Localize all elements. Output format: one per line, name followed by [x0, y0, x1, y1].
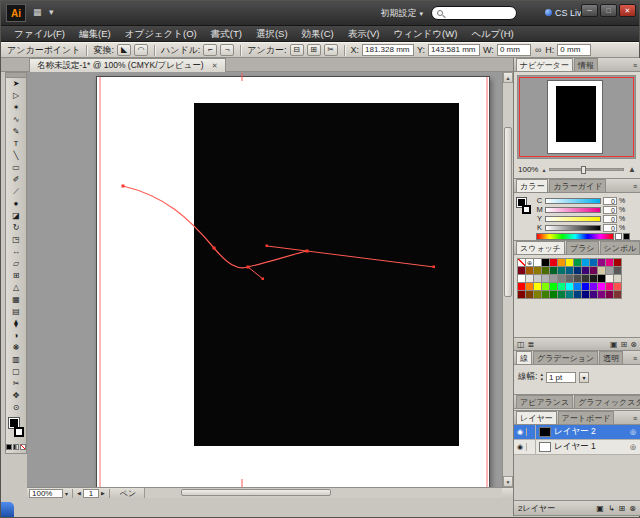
- target-icon[interactable]: ◎: [626, 428, 640, 436]
- scroll-up-icon[interactable]: ▲: [503, 72, 513, 83]
- stroke-weight-dropdown-icon[interactable]: ▾: [579, 372, 589, 383]
- zoom-tool[interactable]: ⊙: [6, 402, 26, 414]
- blob-brush-tool[interactable]: ●: [6, 198, 26, 210]
- type-tool[interactable]: T: [6, 138, 26, 150]
- hide-handles-button[interactable]: ¬: [220, 44, 234, 56]
- swatch-libraries-icon[interactable]: ◫: [517, 340, 525, 349]
- layer-name[interactable]: レイヤー 1: [554, 441, 626, 453]
- selection-tool[interactable]: ➤: [6, 78, 26, 90]
- tab-swatches[interactable]: スウォッチ: [516, 241, 565, 254]
- bridge-icon[interactable]: ▦: [33, 7, 42, 17]
- navigator-preview[interactable]: [517, 75, 636, 159]
- make-clipping-mask-icon[interactable]: ▣: [596, 504, 604, 513]
- white-swatch[interactable]: [615, 233, 622, 240]
- menu-item-4[interactable]: 選択(S): [249, 26, 295, 42]
- menu-item-0[interactable]: ファイル(F): [7, 26, 72, 42]
- scale-tool[interactable]: ◳: [6, 234, 26, 246]
- menu-item-6[interactable]: 表示(V): [341, 26, 387, 42]
- tab-layers[interactable]: レイヤー: [516, 411, 557, 424]
- lasso-tool[interactable]: ∿: [6, 114, 26, 126]
- scroll-down-icon[interactable]: ▼: [503, 476, 513, 487]
- vertical-scrollbar[interactable]: ▲ ▼: [502, 72, 513, 487]
- w-field[interactable]: 0 mm: [497, 44, 531, 56]
- anchor-point[interactable]: [306, 250, 309, 253]
- workspace-switcher[interactable]: 初期設定▾: [380, 6, 423, 21]
- h-field[interactable]: 0 mm: [557, 44, 591, 56]
- menu-item-5[interactable]: 効果(C): [295, 26, 341, 42]
- menu-item-2[interactable]: オブジェクト(O): [118, 26, 204, 42]
- new-sublayer-icon[interactable]: ↳: [608, 504, 615, 513]
- stroke-swatch[interactable]: [522, 205, 531, 214]
- x-field[interactable]: 181.328 mm: [362, 44, 414, 56]
- column-graph-tool[interactable]: ▥: [6, 354, 26, 366]
- gradient-tool[interactable]: ▤: [6, 306, 26, 318]
- mesh-tool[interactable]: ▦: [6, 294, 26, 306]
- free-transform-tool[interactable]: ▱: [6, 258, 26, 270]
- handle-end-point[interactable]: [433, 266, 436, 269]
- show-handles-button[interactable]: ⌐: [203, 44, 217, 56]
- perspective-grid-tool[interactable]: △: [6, 282, 26, 294]
- zoom-out-icon[interactable]: ▴: [542, 166, 545, 173]
- new-layer-icon[interactable]: ⊞: [619, 504, 626, 513]
- handle-line-left[interactable]: [267, 246, 307, 251]
- visibility-eye-icon[interactable]: ◉: [514, 443, 527, 451]
- bezier-path[interactable]: [123, 186, 307, 268]
- stroke-swatch[interactable]: [14, 427, 24, 437]
- direct-selection-tool[interactable]: ▷: [6, 90, 26, 102]
- convert-to-corner-button[interactable]: ◣: [117, 44, 131, 56]
- new-swatch-group-icon[interactable]: ▣: [610, 340, 618, 349]
- tab-transparency[interactable]: 透明: [599, 351, 623, 364]
- width-tool[interactable]: ↔: [6, 246, 26, 258]
- stroke-weight-stepper[interactable]: ▴▾: [540, 372, 543, 382]
- slider-value-field[interactable]: 0: [603, 224, 617, 232]
- eyedropper-tool[interactable]: ⧫: [6, 318, 26, 330]
- maximize-button[interactable]: □: [600, 4, 617, 17]
- menu-item-1[interactable]: 編集(E): [72, 26, 118, 42]
- zoom-slider[interactable]: [549, 168, 624, 171]
- layer-row[interactable]: ◉レイヤー 2◎: [514, 425, 640, 440]
- slider-value-field[interactable]: 0: [603, 197, 617, 205]
- menu-item-8[interactable]: ヘルプ(H): [464, 26, 520, 42]
- zoom-slider-thumb[interactable]: [581, 166, 586, 174]
- navigator-view-box[interactable]: [519, 77, 634, 157]
- panel-menu-icon[interactable]: ≡: [630, 62, 640, 71]
- blend-tool[interactable]: ◑: [6, 330, 26, 342]
- tab-close-icon[interactable]: ✕: [212, 62, 218, 69]
- zoom-level-field[interactable]: 100%: [29, 489, 63, 498]
- horizontal-scrollbar[interactable]: [144, 488, 502, 498]
- tab-symbols[interactable]: シンボル: [600, 241, 640, 254]
- tab-info[interactable]: 情報: [574, 58, 598, 71]
- tab-appearance[interactable]: アピアランス: [516, 395, 573, 408]
- slider-track[interactable]: [545, 225, 601, 231]
- visibility-eye-icon[interactable]: ◉: [514, 428, 527, 436]
- convert-to-smooth-button[interactable]: ◠: [134, 44, 148, 56]
- anchor-point[interactable]: [213, 247, 216, 250]
- artboard-tool[interactable]: ▢: [6, 366, 26, 378]
- fill-stroke-mini[interactable]: [517, 198, 533, 216]
- minimize-button[interactable]: ─: [581, 4, 598, 17]
- menu-item-3[interactable]: 書式(T): [204, 26, 249, 42]
- symbol-sprayer-tool[interactable]: ❋: [6, 342, 26, 354]
- handle-end-point[interactable]: [266, 245, 269, 248]
- swatch[interactable]: [613, 290, 622, 299]
- hand-tool[interactable]: ✥: [6, 390, 26, 402]
- document-tab[interactable]: 名称未設定-1* @ 100% (CMYK/プレビュー)✕: [29, 58, 226, 72]
- tab-stroke[interactable]: 線: [516, 351, 532, 364]
- line-segment-tool[interactable]: ╲: [6, 150, 26, 162]
- anchor-point[interactable]: [247, 266, 250, 269]
- tab-artboards[interactable]: アートボード: [558, 411, 615, 424]
- taskbar-start-corner[interactable]: [1, 502, 14, 517]
- remove-anchor-button[interactable]: ⊟: [290, 44, 304, 56]
- handle-line-right[interactable]: [307, 251, 434, 267]
- artboard-number-field[interactable]: 1: [83, 489, 99, 498]
- slice-tool[interactable]: ✂: [6, 378, 26, 390]
- lock-cell[interactable]: [527, 440, 536, 455]
- slider-track[interactable]: [545, 198, 601, 204]
- horizontal-scroll-thumb[interactable]: [181, 489, 331, 496]
- pen-tool[interactable]: ✎: [6, 126, 26, 138]
- magic-wand-tool[interactable]: ✶: [6, 102, 26, 114]
- slider-track[interactable]: [545, 207, 601, 213]
- tab-gradient[interactable]: グラデーション: [533, 351, 598, 364]
- search-input[interactable]: [431, 6, 517, 20]
- y-field[interactable]: 143.581 mm: [428, 44, 480, 56]
